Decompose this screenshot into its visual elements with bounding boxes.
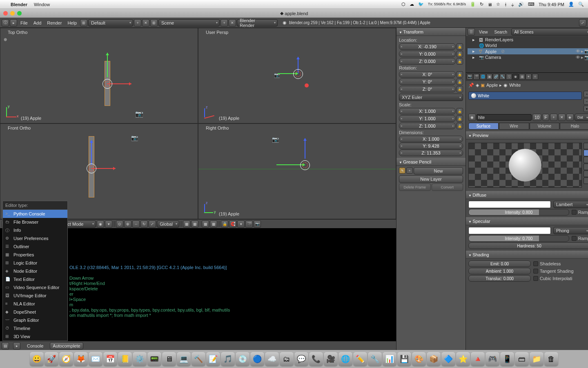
shading-solid-icon[interactable]: ◉ [97,220,104,228]
add-menu[interactable]: Add [31,20,44,26]
dock-app-icon[interactable]: 📟 [147,352,161,366]
tangent-checkbox[interactable] [533,269,538,274]
editor-menu-item-python-console[interactable]: Python Console [3,210,67,218]
dock-app-icon[interactable]: 🚀 [45,352,58,366]
dock-app-icon[interactable]: ⚙️ [133,352,147,366]
hardness-slider[interactable]: Hardness: 50 [468,242,588,249]
sync-icon[interactable]: ↻ [480,2,483,7]
editor-menu-item-file-browser[interactable]: File Browser [3,218,67,226]
dim-x-field[interactable]: X: 1.000 [399,136,463,142]
star-icon[interactable]: ☆ [496,2,500,7]
world-tab-icon[interactable]: 🌐 [480,74,486,80]
halo-tab[interactable]: Halo [560,123,588,130]
render-menu[interactable]: Render [45,20,64,26]
material-name-field[interactable] [477,114,532,121]
dock-app-icon[interactable]: ⭐ [456,352,470,366]
preview-sphere-icon[interactable] [584,150,588,156]
editor-menu-item-properties[interactable]: Properties [3,251,67,259]
dock-app-icon[interactable]: 💻 [177,352,191,366]
dock-app-icon[interactable]: 📝 [206,352,220,366]
dropbox-icon[interactable]: ⬡ [401,2,405,7]
lock-icon[interactable]: 🔓 [457,71,463,78]
dock-app-icon[interactable]: 📁 [530,352,543,366]
scale-y-field[interactable]: Y: 1.000 [399,115,456,122]
dock-app-icon[interactable]: 📦 [427,352,441,366]
window-menu[interactable]: Window [34,2,50,7]
constraints-tab-icon[interactable]: 🔗 [493,74,499,80]
new-layer-button[interactable]: New Layer [399,175,463,183]
render-preview-icon[interactable]: 🎬 [245,220,253,228]
menus-toggle-icon[interactable]: ▸ [10,19,17,27]
pin-icon[interactable]: 📌 [468,83,474,88]
editor-menu-item-uv-image[interactable]: UV/Image Editor [3,292,67,300]
lock-camera-icon[interactable]: 🔒 [221,220,228,228]
input-icon[interactable]: ⌨ [528,2,535,7]
viewport-right-ortho[interactable]: Right Ortho 📷 z y (19) Apple [198,123,396,219]
dock-app-icon[interactable]: 🔺 [471,352,485,366]
dock-app-icon[interactable]: 🎨 [412,352,426,366]
delete-screen-button[interactable]: ✕ [142,19,149,27]
shadeless-checkbox[interactable] [533,261,538,266]
scale-manipulator-icon[interactable]: ⤢ [149,220,156,228]
dock-trash-icon[interactable]: 🗑 [544,352,558,366]
dock-app-icon[interactable]: 🧭 [59,352,73,366]
console-menu[interactable]: Console [24,343,46,349]
material-tab-icon[interactable]: ◉ [512,74,519,80]
delete-scene-button[interactable]: ✕ [229,19,236,27]
render-engine-dropdown[interactable]: Blender Render [237,19,278,27]
dock-app-icon[interactable]: 🔵 [250,352,264,366]
editor-menu-item-dopesheet[interactable]: DopeSheet [3,308,67,316]
editor-type-icon[interactable]: ☰ [468,28,475,36]
link-dropdown[interactable]: Dat [575,114,588,121]
preview-sky-icon[interactable] [584,177,588,184]
screen-browse-icon[interactable]: ⊞ [80,19,87,27]
material-browse-icon[interactable]: ◉ [468,114,476,121]
dock-app-icon[interactable]: 📱 [500,352,514,366]
preview-monkey-icon[interactable] [584,164,588,170]
new-gp-button[interactable]: New [414,167,463,175]
convert-button[interactable]: Convert [432,184,463,191]
dock-app-icon[interactable]: ☁️ [265,352,279,366]
snap-icon[interactable]: 🧲 [229,220,236,228]
layer-button[interactable]: ▦ [210,220,217,228]
layer-button[interactable]: ▦ [202,220,209,228]
dock-app-icon[interactable]: 📊 [383,352,396,366]
shading-menu-icon[interactable]: ▾ [105,220,112,228]
cloud-icon[interactable]: ☁ [410,2,414,7]
editor-menu-item-user-preferences[interactable]: User Preferences [3,234,67,242]
snap-type-icon[interactable]: ▾ [237,220,245,228]
scene-browse-icon[interactable]: ⊞ [150,19,158,27]
location-z-field[interactable]: Z: 0.000 [399,58,456,65]
viewport-top-ortho[interactable]: Top Ortho ⊕ 📷 y x (19) Apple [0,28,198,123]
scale-z-field[interactable]: Z: 1.000 [399,123,456,129]
lock-icon[interactable]: 🔓 [457,79,463,85]
particles-tab-icon[interactable]: ✦ [526,74,532,80]
scene-dropdown[interactable]: Scene [158,19,220,27]
add-screen-button[interactable]: + [134,19,141,27]
dock-app-icon[interactable]: 🎥 [324,352,338,366]
close-window-button[interactable] [3,11,8,16]
diffuse-header[interactable]: Diffuse [466,191,588,199]
dock-finder-icon[interactable]: 😀 [30,352,44,366]
dock-app-icon[interactable]: 💬 [294,352,308,366]
twitter-icon[interactable]: 🐦 [418,2,424,7]
lock-icon[interactable]: 🔓 [457,108,463,114]
bluetooth-icon[interactable]: ᚼ [504,2,507,7]
diffuse-intensity-slider[interactable]: Intensity: 0.800 [468,209,569,215]
dock-app-icon[interactable]: 🗂 [280,352,294,366]
editor-type-icon[interactable]: ▤ [2,342,9,350]
lock-icon[interactable]: 🔓 [457,58,463,65]
add-icon[interactable]: + [406,167,413,174]
material-slot[interactable]: White [468,92,582,100]
pencil-icon[interactable]: ✎ [399,167,405,174]
preview-cube-icon[interactable] [584,157,588,163]
rotation-mode-dropdown[interactable]: XYZ Euler [399,94,463,101]
dock-app-icon[interactable]: ✏️ [353,352,367,366]
orientation-dropdown[interactable]: Global [157,220,179,228]
outliner-item-apple[interactable]: ▸▽Apple⊘👁▸📷 [468,48,588,54]
editor-menu-item-vse[interactable]: Video Sequence Editor [3,283,67,292]
scale-x-field[interactable]: X: 1.000 [399,108,456,114]
object-tab-icon[interactable]: ▣ [486,74,492,80]
diffuse-color[interactable] [468,201,551,208]
minimize-window-button[interactable] [10,11,15,16]
